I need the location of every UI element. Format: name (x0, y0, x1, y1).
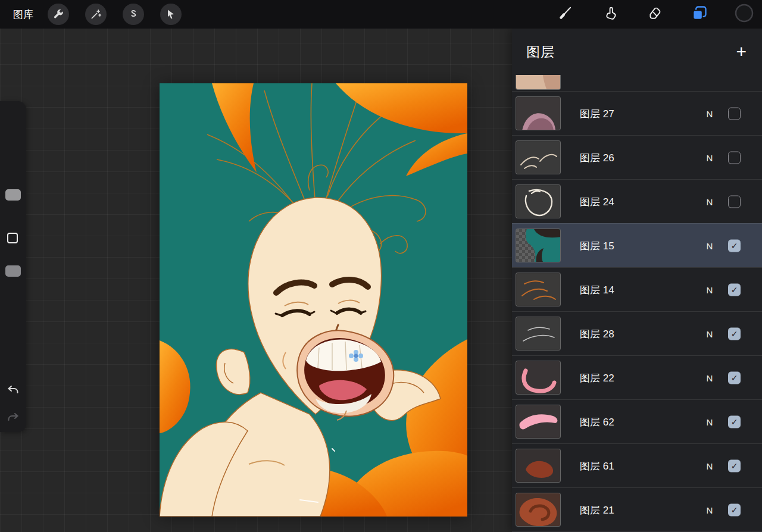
layer-visibility-checkbox[interactable] (728, 327, 741, 340)
layers-icon (691, 5, 708, 24)
layer-thumbnail[interactable] (516, 75, 561, 90)
layers-panel: 图层 + 图层 27 N 图层 26 (512, 29, 762, 532)
layer-thumbnail[interactable] (516, 229, 561, 262)
layer-thumbnail[interactable] (516, 140, 561, 174)
drawing-canvas[interactable] (160, 83, 467, 517)
layer-row[interactable]: 图层 14 N (512, 267, 762, 311)
layer-visibility-checkbox[interactable] (728, 239, 741, 252)
paint-tool-button[interactable] (556, 5, 575, 24)
layer-visibility-checkbox[interactable] (728, 459, 741, 472)
layer-blend-mode[interactable]: N (704, 284, 716, 295)
layer-thumbnail[interactable] (516, 449, 561, 483)
selection-button[interactable] (123, 4, 144, 25)
layer-row[interactable]: 图层 15 N (512, 223, 762, 267)
layer-thumbnail[interactable] (516, 405, 561, 439)
layer-blend-mode[interactable]: N (704, 417, 716, 427)
selection-ribbon-icon (127, 8, 139, 20)
add-layer-button[interactable]: + (736, 44, 747, 60)
undo-icon (6, 388, 20, 398)
wrench-icon (52, 8, 64, 20)
layer-visibility-checkbox[interactable] (728, 195, 741, 208)
layer-row-partial[interactable] (512, 75, 762, 91)
layer-name: 图层 61 (580, 459, 614, 472)
layer-row[interactable]: 图层 26 N (512, 135, 762, 179)
layer-visibility-checkbox[interactable] (728, 283, 741, 296)
smudge-tool-button[interactable] (601, 5, 620, 24)
canvas-artwork (160, 83, 467, 517)
layer-name: 图层 21 (580, 503, 614, 517)
undo-button[interactable] (6, 382, 20, 399)
layer-blend-mode[interactable]: N (704, 240, 716, 251)
magic-wand-icon (90, 8, 102, 20)
smudge-icon (602, 5, 618, 23)
layer-name: 图层 24 (580, 195, 614, 208)
layer-name: 图层 27 (580, 107, 614, 120)
layer-name: 图层 28 (580, 327, 614, 340)
layer-row[interactable]: 图层 27 N (512, 91, 762, 135)
layer-visibility-checkbox[interactable] (728, 415, 741, 428)
layer-blend-mode[interactable]: N (704, 152, 716, 162)
layer-blend-mode[interactable]: N (704, 328, 716, 339)
brush-size-slider[interactable] (5, 189, 21, 201)
color-tool-button[interactable] (735, 5, 754, 24)
eraser-tool-button[interactable] (645, 5, 664, 24)
layer-row[interactable]: 图层 24 N (512, 179, 762, 223)
transform-cursor-icon (165, 8, 177, 20)
redo-icon (6, 415, 20, 425)
color-circle-icon (735, 4, 754, 25)
layer-row[interactable]: 图层 21 N (512, 487, 762, 531)
layer-visibility-checkbox[interactable] (728, 503, 741, 516)
layer-blend-mode[interactable]: N (704, 505, 716, 515)
modify-button[interactable] (7, 233, 18, 243)
layer-thumbnail[interactable] (516, 273, 561, 306)
layer-blend-mode[interactable]: N (704, 461, 716, 471)
transform-button[interactable] (160, 4, 182, 25)
eraser-icon (647, 5, 663, 23)
top-toolbar: 图库 (0, 0, 762, 29)
opacity-slider[interactable] (5, 265, 21, 277)
layers-panel-header: 图层 + (512, 29, 762, 75)
layer-visibility-checkbox[interactable] (728, 151, 741, 164)
redo-button[interactable] (6, 409, 20, 426)
actions-button[interactable] (48, 4, 69, 25)
gallery-button[interactable]: 图库 (13, 8, 33, 21)
layer-row[interactable]: 图层 28 N (512, 311, 762, 355)
layer-name: 图层 14 (580, 283, 614, 296)
layer-name: 图层 22 (580, 371, 614, 384)
layer-visibility-checkbox[interactable] (728, 107, 741, 120)
brush-icon (558, 5, 573, 23)
layers-panel-title: 图层 (526, 43, 555, 61)
layer-row[interactable]: 图层 62 N (512, 399, 762, 443)
layer-name: 图层 26 (580, 151, 614, 164)
adjustments-button[interactable] (85, 4, 107, 25)
layer-name: 图层 62 (580, 415, 614, 428)
layer-thumbnail[interactable] (516, 96, 561, 130)
layer-name: 图层 15 (580, 239, 614, 252)
layers-tool-button[interactable] (690, 5, 709, 24)
layer-thumbnail[interactable] (516, 493, 561, 527)
workspace-background: 图库 (0, 0, 762, 532)
layer-thumbnail[interactable] (516, 184, 561, 218)
layer-row[interactable]: 图层 61 N (512, 443, 762, 487)
layer-blend-mode[interactable]: N (704, 108, 716, 118)
layer-thumbnail[interactable] (516, 317, 561, 351)
layer-blend-mode[interactable]: N (704, 373, 716, 383)
layer-visibility-checkbox[interactable] (728, 371, 741, 384)
layer-thumbnail[interactable] (516, 361, 561, 395)
layer-row[interactable]: 图层 22 N (512, 355, 762, 399)
side-toolbar (0, 101, 26, 432)
layer-blend-mode[interactable]: N (704, 196, 716, 206)
layers-list: 图层 27 N 图层 26 N 图层 24 N (512, 91, 762, 532)
